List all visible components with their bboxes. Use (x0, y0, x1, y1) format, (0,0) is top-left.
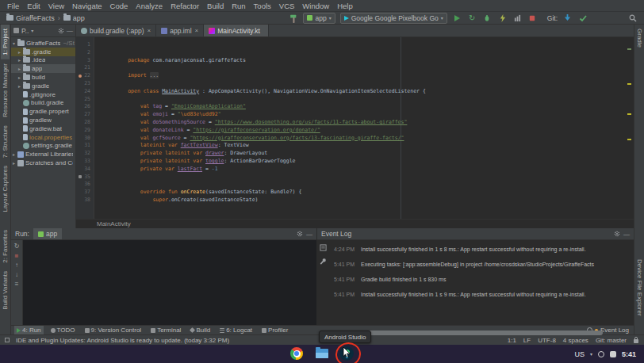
tool-window-button[interactable]: Profiler (259, 326, 290, 334)
build-hammer-icon[interactable] (288, 13, 298, 23)
tool-window-button[interactable]: 2: Favorites (1, 226, 10, 267)
tool-window-button[interactable]: TODO (48, 326, 78, 334)
hide-panel-icon[interactable]: — (623, 231, 630, 238)
gutter-marker-icon[interactable] (79, 105, 82, 109)
gutter-marker-icon[interactable] (79, 44, 82, 47)
tree-item[interactable]: settings.gradle (11, 142, 75, 151)
gutter-marker-icon[interactable] (79, 121, 82, 124)
tree-item[interactable]: ▸ Scratches and Co (11, 159, 75, 167)
update-project-icon[interactable] (562, 13, 573, 23)
tree-item[interactable]: local.properties (11, 133, 75, 142)
gutter-marker-icon[interactable] (79, 52, 82, 55)
tool-window-button[interactable]: Terminal (148, 326, 183, 334)
status-widget[interactable]: LF (523, 337, 531, 344)
gutter-marker-icon[interactable] (79, 113, 82, 117)
apply-changes-icon[interactable]: ↻ (467, 13, 477, 23)
gutter-marker-icon[interactable] (79, 82, 82, 86)
menu-item[interactable]: Edit (23, 2, 44, 10)
profiler-icon[interactable] (512, 13, 523, 23)
status-widget[interactable]: 4 spaces (563, 337, 588, 344)
menu-item[interactable]: File (3, 2, 23, 10)
run-console[interactable]: ↻ ■ ↑ ↓ ≡ (11, 240, 316, 325)
user-status-icon[interactable] (598, 351, 604, 357)
breadcrumb-class[interactable]: MainActivity (97, 220, 131, 227)
gutter-marker-icon[interactable] (79, 90, 82, 94)
close-tab-icon[interactable]: × (148, 27, 151, 34)
tool-window-button[interactable]: 7: Structure (1, 121, 10, 162)
clock[interactable]: 5:41 (622, 350, 636, 358)
commit-check-icon[interactable] (577, 13, 588, 23)
editor-tab[interactable]: MainActivity.kt (204, 25, 269, 36)
tree-item[interactable]: build.gradle (11, 99, 75, 108)
settings-wrench-icon[interactable] (320, 258, 327, 266)
tree-item[interactable]: ▾ GiraffeFacts ~/St (11, 39, 75, 48)
horizontal-scrollbar-thumb[interactable] (343, 331, 603, 335)
gutter-marker-icon[interactable] (79, 199, 82, 202)
console-options-icon[interactable]: ≡ (15, 281, 19, 288)
tree-item[interactable]: ▸ .idea (11, 56, 75, 65)
scroll-up-icon[interactable]: ↑ (15, 262, 18, 269)
tree-item[interactable]: .gitignore (11, 90, 75, 99)
menu-item[interactable]: Refactor (167, 2, 203, 10)
device-select[interactable]: Google Google Pixelbook Go ▾ (340, 13, 447, 24)
menu-item[interactable]: Tools (250, 2, 275, 10)
chrome-icon[interactable] (290, 347, 303, 360)
editor-tab[interactable]: build.gradle (:app) × (76, 25, 156, 36)
status-widget[interactable]: UTF-8 (538, 337, 556, 344)
tree-item[interactable]: ▸ .gradle (11, 48, 75, 56)
file-manager-icon[interactable] (316, 349, 328, 358)
breadcrumb-module[interactable]: app (63, 14, 85, 22)
tree-item[interactable]: ▸ build (11, 73, 75, 82)
tool-window-button[interactable]: Device File Explorer (635, 255, 644, 320)
status-widget[interactable]: Git: master (596, 337, 627, 344)
run-tab[interactable]: app (33, 228, 62, 239)
keyboard-layout-indicator[interactable]: US (574, 350, 585, 358)
run-configuration-select[interactable]: app ▾ (303, 13, 335, 24)
menu-item[interactable]: Build (203, 2, 228, 10)
menu-item[interactable]: Window (298, 2, 333, 10)
gutter-marker-icon[interactable] (79, 59, 82, 62)
menu-item[interactable]: Code (106, 2, 132, 10)
settings-gear-icon[interactable] (614, 231, 620, 237)
scroll-down-icon[interactable]: ↓ (15, 271, 18, 278)
tree-item[interactable]: ▸ External Libraries (11, 150, 75, 159)
close-tab-icon[interactable]: × (195, 27, 199, 34)
system-menu-icon[interactable] (610, 351, 616, 357)
run-button[interactable] (452, 13, 462, 23)
gutter-marker-icon[interactable] (79, 191, 82, 194)
settings-gear-icon[interactable] (297, 231, 303, 237)
editor-tab[interactable]: app.iml × (156, 25, 204, 36)
tool-window-button[interactable]: Resource Manager (1, 59, 10, 121)
settings-gear-icon[interactable] (58, 28, 64, 34)
gutter-marker-icon[interactable] (79, 175, 82, 178)
menu-item[interactable]: Help (333, 2, 357, 10)
tool-window-button[interactable]: Layout Captures (1, 162, 10, 216)
menu-item[interactable]: Run (228, 2, 249, 10)
menu-item[interactable]: Analyze (132, 2, 167, 10)
gutter-marker-icon[interactable] (79, 136, 82, 139)
tree-item[interactable]: gradlew.bat (11, 124, 75, 133)
tool-window-button[interactable]: Build (188, 326, 213, 334)
gutter-marker-icon[interactable] (79, 160, 82, 163)
gutter-marker-icon[interactable] (79, 183, 82, 186)
tool-window-button[interactable]: 1: Project (1, 25, 10, 59)
menu-item[interactable]: Navigate (68, 2, 106, 10)
gutter-marker-icon[interactable] (79, 75, 82, 78)
search-icon[interactable] (627, 13, 638, 23)
debug-button[interactable] (482, 13, 493, 23)
gutter-marker-icon[interactable] (79, 152, 82, 155)
gutter-marker-icon[interactable] (79, 67, 82, 70)
gutter-marker-icon[interactable] (79, 144, 82, 147)
tree-item[interactable]: gradle.propert (11, 107, 75, 116)
menu-item[interactable]: View (44, 2, 68, 10)
project-view-selector[interactable]: P.. (21, 27, 29, 35)
tool-window-button[interactable]: 6: Logcat (217, 326, 255, 334)
event-log-body[interactable]: 4:24 PM Install successfully finished in… (317, 240, 634, 325)
stop-button[interactable] (527, 13, 538, 23)
tree-item[interactable]: ▸ app (11, 64, 75, 73)
menu-item[interactable]: VCS (275, 2, 299, 10)
code-editor[interactable]: 1 package com.naranjaconsal.giraffefacts… (76, 37, 634, 219)
stop-icon[interactable]: ■ (15, 252, 19, 259)
tool-window-button[interactable]: Build Variants (1, 267, 10, 314)
breadcrumb-project[interactable]: GiraffeFacts (6, 14, 55, 22)
